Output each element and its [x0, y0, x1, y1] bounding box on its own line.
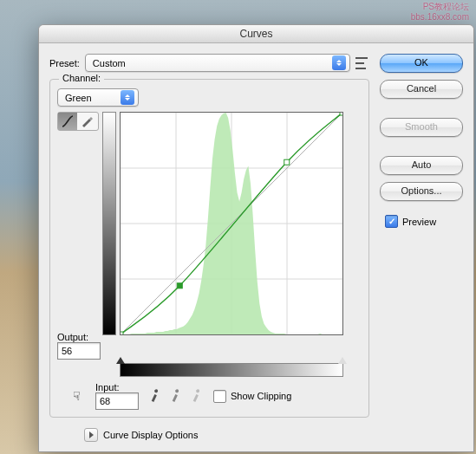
cancel-button[interactable]: Cancel — [380, 80, 463, 99]
dialog-title: Curves — [39, 25, 473, 43]
preset-value: Custom — [93, 58, 126, 68]
checkbox-checked-icon — [385, 215, 398, 228]
svg-rect-9 — [284, 159, 290, 165]
preset-select[interactable]: Custom — [85, 54, 350, 72]
vertical-gradient — [102, 112, 116, 335]
select-arrows-icon — [121, 90, 134, 105]
black-point-slider[interactable] — [116, 357, 125, 364]
curve-tool-icon[interactable] — [58, 113, 77, 130]
horizontal-gradient — [120, 363, 343, 377]
svg-rect-10 — [340, 113, 342, 115]
channel-select[interactable]: Green — [57, 88, 139, 107]
preset-menu-icon[interactable] — [355, 57, 369, 69]
white-eyedropper-icon[interactable] — [186, 386, 206, 405]
watermark-top: PS教程论坛 bbs.16xx8.com — [411, 2, 469, 23]
curves-dialog: Curves Preset: Custom Channel: Green — [38, 24, 474, 452]
preset-label: Preset: — [49, 58, 80, 68]
svg-point-12 — [175, 389, 179, 393]
output-label: Output: — [57, 332, 88, 342]
black-eyedropper-icon[interactable] — [145, 386, 165, 405]
channel-label: Channel: — [59, 73, 104, 83]
svg-point-13 — [196, 389, 200, 393]
disclosure-triangle-icon — [84, 428, 98, 442]
preview-label: Preview — [402, 217, 436, 227]
smooth-button[interactable]: Smooth — [380, 118, 463, 137]
options-button[interactable]: Options... — [380, 182, 463, 201]
show-clipping-label: Show Clipping — [231, 391, 291, 401]
ok-button[interactable]: OK — [380, 54, 463, 73]
preview-checkbox[interactable]: Preview — [385, 215, 463, 228]
channel-group: Channel: Green — [49, 79, 369, 418]
select-arrows-icon — [332, 55, 346, 70]
svg-rect-7 — [121, 332, 123, 334]
curve-display-disclosure[interactable]: Curve Display Options — [84, 428, 369, 442]
pencil-tool-icon[interactable] — [77, 113, 96, 130]
svg-rect-8 — [177, 283, 182, 289]
channel-value: Green — [65, 93, 92, 103]
white-point-slider[interactable] — [338, 357, 347, 364]
checkbox-icon — [213, 390, 226, 403]
auto-button[interactable]: Auto — [380, 156, 463, 175]
targeted-adjust-icon[interactable]: ☟ — [66, 387, 87, 405]
curve-tool-toggle[interactable] — [57, 112, 99, 131]
svg-point-11 — [154, 389, 159, 393]
gray-eyedropper-icon[interactable] — [166, 386, 186, 405]
input-input[interactable] — [95, 392, 139, 410]
show-clipping-checkbox[interactable]: Show Clipping — [213, 390, 291, 403]
output-input[interactable] — [57, 342, 101, 360]
disclosure-label: Curve Display Options — [103, 430, 198, 440]
curve-graph[interactable] — [120, 112, 343, 335]
input-label: Input: — [95, 382, 120, 392]
